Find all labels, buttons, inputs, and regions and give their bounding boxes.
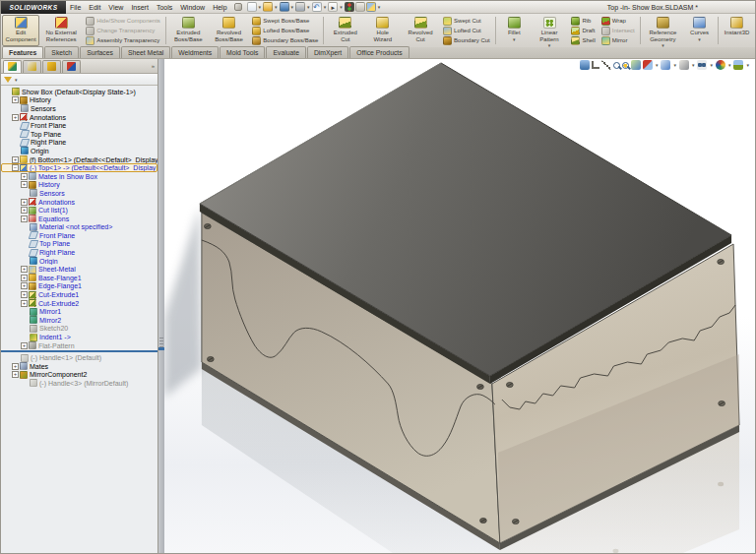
panel-tab-feature-manager[interactable] xyxy=(3,60,22,73)
tab-features[interactable]: Features xyxy=(2,46,43,58)
normal-to-icon[interactable] xyxy=(580,60,590,70)
rollback-bar[interactable] xyxy=(1,350,158,352)
section-view-icon[interactable] xyxy=(643,60,653,70)
menu-insert[interactable]: Insert xyxy=(127,1,153,14)
dropdown-caret-icon[interactable]: ▾ xyxy=(710,62,713,68)
tree-item-sketch20[interactable]: Sketch20 xyxy=(1,325,158,334)
hide-show-items-icon[interactable] xyxy=(697,60,707,70)
tree-item-mirror1[interactable]: Mirror1 xyxy=(1,307,158,316)
tree-item-top-1-default[interactable]: −(-) Top<1> -> (Default<<Default>_Displa… xyxy=(1,163,158,172)
tree-item-cut-extrude1[interactable]: +Cut-Extrude1 xyxy=(1,290,158,299)
panel-tab-dimxpert-manager[interactable] xyxy=(62,60,81,73)
menu-file[interactable]: File xyxy=(66,1,85,14)
tab-evaluate[interactable]: Evaluate xyxy=(266,46,305,58)
expand-toggle-icon[interactable]: + xyxy=(12,96,19,103)
qa-open-document-icon[interactable] xyxy=(263,2,273,12)
extruded-boss-base-button[interactable]: Extruded Boss/Base xyxy=(168,15,209,46)
fillet-button[interactable]: Fillet▾ xyxy=(498,15,531,46)
tree-item-top-plane[interactable]: Top Plane xyxy=(1,240,158,249)
draft-button[interactable]: Draft xyxy=(569,26,597,35)
tree-item-mates-in-show-box[interactable]: +Mates in Show Box xyxy=(1,172,158,181)
expand-toggle-icon[interactable]: + xyxy=(21,342,28,349)
lofted-boss-base-button[interactable]: Lofted Boss/Base xyxy=(250,26,320,35)
qa-options-icon[interactable] xyxy=(366,2,376,12)
view-orientation-icon[interactable] xyxy=(661,60,670,70)
tree-item-sheet-metal[interactable]: +Sheet-Metal xyxy=(1,265,158,274)
graphics-viewport[interactable]: ▾▾▾▾▾▾ xyxy=(164,59,755,554)
qa-new-document-icon[interactable] xyxy=(247,2,257,12)
edit-component-button[interactable]: Edit Component xyxy=(2,15,39,46)
tree-item-right-plane[interactable]: Right Plane xyxy=(1,248,158,257)
qa-print-icon[interactable] xyxy=(295,2,305,12)
tree-item-cut-extrude2[interactable]: +Cut-Extrude2 xyxy=(1,299,158,308)
dropdown-caret-icon[interactable]: ▾ xyxy=(548,42,551,48)
expand-toggle-icon[interactable]: + xyxy=(21,199,28,206)
menu-help[interactable]: Help xyxy=(209,1,230,14)
qa-select-icon[interactable]: ▸ xyxy=(328,2,338,12)
apply-scene-icon[interactable] xyxy=(733,60,743,70)
linear-pattern-button[interactable]: Linear Pattern▾ xyxy=(531,15,569,46)
expand-toggle-icon[interactable]: + xyxy=(21,282,28,289)
panel-collapse-chevrons[interactable]: » xyxy=(152,63,155,69)
dropdown-caret-icon[interactable]: ▾ xyxy=(378,4,381,10)
tree-item-annotations[interactable]: +Annotations xyxy=(1,113,158,122)
tab-surfaces[interactable]: Surfaces xyxy=(80,46,120,58)
display-style-icon[interactable] xyxy=(679,60,689,70)
swept-boss-base-button[interactable]: Swept Boss/Base xyxy=(250,16,320,26)
revolved-cut-button[interactable]: Revolved Cut xyxy=(401,15,440,46)
tab-dimxpert[interactable]: DimXpert xyxy=(307,46,348,58)
expand-toggle-icon[interactable]: + xyxy=(21,275,28,281)
dropdown-caret-icon[interactable]: ▾ xyxy=(324,4,327,10)
tree-item-material-not-specified[interactable]: Material <not specified> xyxy=(1,223,158,232)
tree-item-annotations[interactable]: +Annotations xyxy=(1,198,158,207)
tree-item-front-plane[interactable]: Front Plane xyxy=(1,121,158,130)
panel-tab-configuration-manager[interactable] xyxy=(42,60,61,73)
qa-undo-icon[interactable]: ↶ xyxy=(312,2,322,12)
dropdown-caret-icon[interactable]: ▾ xyxy=(692,62,695,68)
menu-edit[interactable]: Edit xyxy=(85,1,104,14)
dropdown-caret-icon[interactable]: ▾ xyxy=(728,62,731,68)
reference-geometry-button[interactable]: Reference Geometry▾ xyxy=(643,15,683,46)
dropdown-caret-icon[interactable]: ▾ xyxy=(275,4,278,10)
tree-item-sensors[interactable]: Sensors xyxy=(1,104,158,113)
previous-view-icon[interactable] xyxy=(631,60,641,70)
qa-save-icon[interactable] xyxy=(280,2,289,12)
qa-file-properties-icon[interactable] xyxy=(355,2,365,12)
tree-item-flat-pattern[interactable]: +Flat-Pattern xyxy=(1,341,158,350)
tab-mold-tools[interactable]: Mold Tools xyxy=(220,46,265,58)
expand-toggle-icon[interactable]: − xyxy=(12,164,19,171)
dropdown-caret-icon[interactable]: ▾ xyxy=(513,36,516,42)
expand-toggle-icon[interactable]: + xyxy=(21,215,28,222)
tree-item-base-flange1[interactable]: +Base-Flange1 xyxy=(1,274,158,282)
filter-funnel-icon[interactable] xyxy=(4,77,12,83)
tree-item-equations[interactable]: +Equations xyxy=(1,215,158,223)
boundary-cut-button[interactable]: Boundary Cut xyxy=(441,35,492,45)
dropdown-caret-icon[interactable]: ▾ xyxy=(307,4,310,10)
tree-item-mirrorcomponent2[interactable]: +MirrorComponent2 xyxy=(1,371,158,380)
tree-item-show-box-default-displa[interactable]: Show Box (Default<Display State-1>) xyxy=(1,88,158,96)
wrap-button[interactable]: Wrap xyxy=(599,16,637,26)
expand-toggle-icon[interactable]: + xyxy=(21,207,28,214)
tree-item-front-plane[interactable]: Front Plane xyxy=(1,231,158,240)
dropdown-caret-icon[interactable]: ▾ xyxy=(340,4,343,10)
zoom-to-fit-icon[interactable] xyxy=(613,62,620,69)
menu-tools[interactable]: Tools xyxy=(153,1,176,14)
zoom-to-area-icon[interactable] xyxy=(622,62,629,69)
tree-item-top-plane[interactable]: Top Plane xyxy=(1,130,158,139)
expand-toggle-icon[interactable]: + xyxy=(12,363,19,370)
tab-office-products[interactable]: Office Products xyxy=(349,46,409,58)
swept-cut-button[interactable]: Swept Cut xyxy=(441,16,492,26)
expand-toggle-icon[interactable]: + xyxy=(12,114,19,121)
menu-view[interactable]: View xyxy=(104,1,127,14)
dropdown-caret-icon[interactable]: ▾ xyxy=(673,62,676,68)
tab-sheet-metal[interactable]: Sheet Metal xyxy=(121,46,170,58)
shell-button[interactable]: Shell xyxy=(569,35,597,45)
tree-item-edge-flange1[interactable]: +Edge-Flange1 xyxy=(1,282,158,291)
rib-button[interactable]: Rib xyxy=(569,16,597,26)
tree-item-handle-1-default[interactable]: (-) Handle<1> (Default) xyxy=(1,353,158,362)
lofted-cut-button[interactable]: Lofted Cut xyxy=(441,26,492,35)
mirror-button[interactable]: Mirror xyxy=(599,35,637,45)
tree-item-origin[interactable]: Origin xyxy=(1,257,158,266)
tree-item-indent1[interactable]: Indent1 -> xyxy=(1,333,158,341)
dropdown-caret-icon[interactable]: ▾ xyxy=(746,62,749,68)
